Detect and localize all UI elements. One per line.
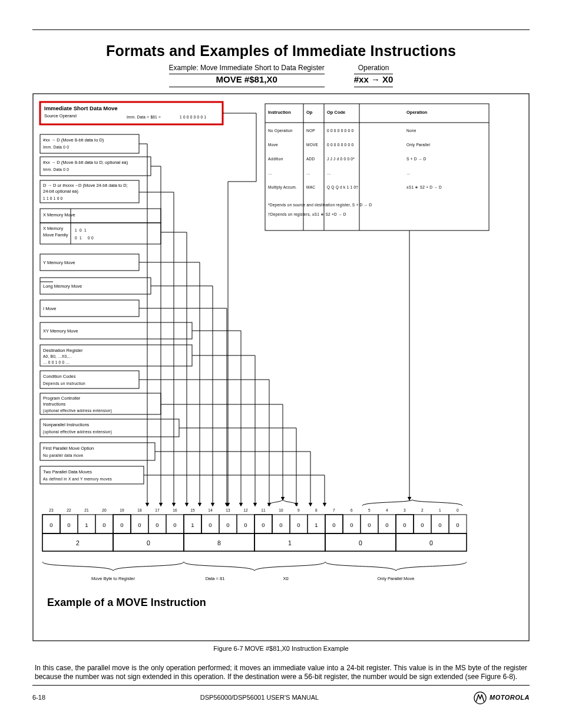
tbl-h2: Op	[306, 110, 313, 115]
svg-text:7: 7	[333, 508, 335, 512]
tbl-r4c3: …	[327, 171, 331, 175]
b10-l1: Condition Codes	[43, 374, 76, 379]
svg-text:0: 0	[421, 522, 424, 528]
motorola-logo: MOTOROLA	[474, 691, 530, 704]
tbl-r3c1: Addition	[268, 157, 283, 161]
svg-text:0: 0	[385, 522, 388, 528]
b4a: X Memory Move	[43, 212, 75, 218]
svg-text:16: 16	[173, 508, 177, 512]
page-number: 6-18	[32, 694, 45, 702]
caption: In this case, the parallel move is the o…	[35, 664, 527, 681]
svg-text:2: 2	[421, 508, 424, 512]
b13-l1: First Parallel Move Option	[43, 446, 94, 451]
b1-l1: #xx → D (Move 8-bit data to D)	[43, 137, 104, 143]
footer-rule	[32, 685, 530, 686]
svg-text:11: 11	[261, 508, 266, 512]
b11-l1: Program Controller	[43, 396, 81, 401]
svg-text:14: 14	[208, 508, 213, 512]
tbl-r2c3: 0 0 0 0 0 0 0 0	[327, 143, 353, 147]
tbl-h3: Op Code	[327, 110, 345, 115]
grp4: Only Parallel Move	[378, 576, 415, 581]
b11-l3: (optional effective address extension)	[43, 409, 112, 413]
page-title: Formats and Examples of Immediate Instru…	[32, 42, 530, 60]
svg-text:12: 12	[243, 508, 248, 512]
red-box-l2: Source Operand	[44, 113, 77, 118]
red-bits: 1 0 0 0 0 0 0 1	[180, 115, 206, 119]
grp1: Move Byte to Register	[91, 576, 135, 581]
svg-text:0: 0	[173, 522, 176, 528]
svg-text:4: 4	[386, 508, 388, 512]
svg-text:17: 17	[155, 508, 160, 512]
tbl-r1c4: None	[406, 129, 416, 133]
red-box-l1: Immediate Short Data Move	[44, 105, 118, 111]
svg-text:0: 0	[438, 522, 441, 528]
grp2: Data = 81	[206, 576, 225, 581]
b14-l2: As defined in X and Y memory moves	[43, 477, 113, 482]
bit-numbers: 23222120 19181716 15141312 111098 7654 3…	[49, 508, 459, 512]
svg-text:0: 0	[297, 522, 300, 528]
svg-text:10: 10	[279, 508, 283, 512]
svg-text:0: 0	[403, 522, 406, 528]
svg-text:0: 0	[429, 539, 433, 546]
tbl-h4: Operation	[406, 110, 428, 115]
svg-text:3: 3	[404, 508, 406, 512]
figure-label: Figure 6-7 MOVE #$81,X0 Instruction Exam…	[32, 645, 530, 653]
svg-text:8: 8	[217, 539, 221, 546]
sub-left-bot: MOVE #$81,X0	[169, 74, 325, 87]
svg-text:9: 9	[297, 508, 300, 512]
b2-l1: #xx → D (Move 8-bit data to D; optional …	[43, 160, 128, 165]
svg-text:1: 1	[288, 539, 292, 546]
b6: Long Memory Move	[43, 284, 82, 289]
tbl-h1: Instruction	[268, 110, 291, 115]
tbl-r1c1: No Operation	[268, 129, 293, 133]
b12-l1: Nonparallel Instructions	[43, 422, 90, 427]
svg-text:20: 20	[102, 508, 107, 512]
b3-l3: 1 1 0 1 0 0	[43, 196, 63, 200]
tbl-r4c2: …	[306, 171, 310, 175]
svg-text:0: 0	[368, 522, 371, 528]
svg-text:0: 0	[350, 522, 353, 528]
tbl-r5c2: MAC	[306, 185, 315, 189]
svg-text:0: 0	[138, 522, 141, 528]
svg-text:5: 5	[368, 508, 371, 512]
tbl-r2c4: Only Parallel	[406, 143, 430, 147]
b13-l2: No parallel data move	[43, 453, 84, 458]
b3-l2: 24-bit optional ea)	[43, 189, 79, 194]
svg-text:1: 1	[315, 522, 318, 528]
tbl-note2: †Depends on registers, ±S1 ∗ S2 +D → D	[268, 212, 346, 217]
svg-text:2: 2	[76, 539, 80, 546]
svg-text:0: 0	[262, 522, 265, 528]
tbl-r1c3: 0 0 0 0 0 0 0 0	[327, 129, 353, 133]
b12-l2: (optional effective address extension)	[43, 430, 112, 434]
b4-bits2: 0 1 0 0	[75, 236, 94, 240]
svg-text:23: 23	[49, 508, 54, 512]
svg-text:0: 0	[279, 522, 282, 528]
sub-right-bot: #xx → X0	[354, 74, 394, 87]
svg-text:1: 1	[439, 508, 441, 512]
b14-l1: Two Parallel Data Moves	[43, 469, 92, 475]
b4b-l2: Move Family	[43, 232, 68, 238]
b9-l3: … 0 0 1 0 0 …	[43, 360, 70, 364]
sub-left-top: Example: Move Immediate Short to Data Re…	[169, 64, 325, 74]
svg-text:1: 1	[85, 522, 88, 528]
b9-l2: A0, B0, …X0,…	[43, 354, 72, 358]
red-imm: Imm. Data = $81 =	[127, 115, 161, 119]
svg-text:21: 21	[84, 508, 89, 512]
svg-text:0: 0	[332, 522, 335, 528]
tbl-r5c4: ±S1 ∗ S2 + D → D	[406, 185, 442, 189]
svg-text:0: 0	[244, 522, 247, 528]
svg-text:6: 6	[351, 508, 353, 512]
motorola-text: MOTOROLA	[490, 694, 530, 702]
b11-l2: Instructions	[43, 401, 66, 407]
sub-right-top: Operation	[354, 64, 394, 74]
svg-text:1: 1	[191, 522, 194, 528]
svg-text:0: 0	[120, 522, 123, 528]
top-rule	[32, 29, 530, 30]
grp3: X0	[283, 576, 288, 581]
b4-bits1: 1 0 1	[75, 228, 87, 232]
svg-text:0: 0	[209, 522, 211, 528]
svg-text:0: 0	[226, 522, 229, 528]
tbl-r4c1: …	[268, 171, 272, 175]
tbl-note1: *Depends on source and destination regis…	[268, 203, 372, 207]
svg-text:8: 8	[315, 508, 318, 512]
